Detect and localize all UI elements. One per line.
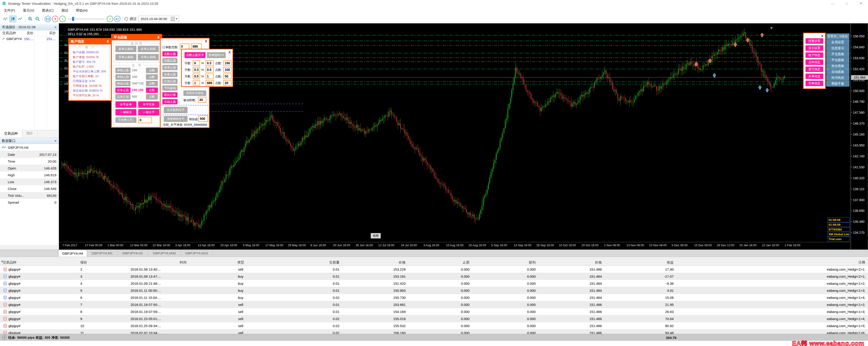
tp-button-4[interactable]: 总体止损	[116, 94, 130, 100]
mw-tab-1[interactable]: 报价	[22, 130, 37, 138]
table-header-10[interactable]: 注释	[676, 261, 868, 265]
table-row[interactable]: gbpjpy#92018.01.23 05:01:...sell0.02155.…	[0, 315, 868, 322]
fee-input[interactable]: 0	[138, 117, 152, 123]
menu-item-0[interactable]: 文件(F)	[0, 7, 19, 14]
menu-item-1[interactable]: 显示(V)	[19, 7, 38, 14]
equity-increase-close-button[interactable]: 净值增加全平	[164, 116, 187, 122]
pl-line-button-0[interactable]: 多单止盈线	[116, 46, 136, 52]
close-icon[interactable]: X	[205, 39, 207, 43]
mw-tab-0[interactable]: 交易品种	[0, 130, 22, 138]
close-icon[interactable]: ✕	[54, 139, 57, 143]
increase-value-input[interactable]: 500	[198, 115, 208, 122]
table-header-8[interactable]: 价格	[538, 261, 604, 265]
table-row[interactable]: gbpjpy#62018.01.11 15:04:...buy0.02150.7…	[0, 294, 868, 301]
pink-button-4[interactable]: 盈亏信息	[806, 67, 823, 72]
blue-split-button-0[interactable]: 背景色	[826, 33, 838, 39]
market-watch-row[interactable]: ↗GBPJPY#151....151....	[0, 36, 59, 42]
chart-tab-3[interactable]: GBPJPY#,M30	[148, 250, 181, 256]
blue-button-5[interactable]: 自动面板	[826, 69, 849, 75]
close-icon[interactable]: ✕	[54, 26, 57, 29]
points-value-2[interactable]: 50	[223, 74, 231, 79]
points-value-0[interactable]: 150	[223, 60, 231, 66]
table-row[interactable]: gbpjpy#102018.01.25 09:34:...sell0.02155…	[0, 322, 868, 330]
step-forward-button[interactable]: ▶|	[114, 16, 121, 22]
chart-window[interactable]: GBPJPY#,H4 151.674 154.032 150.814 151.4…	[59, 23, 868, 250]
table-header-7[interactable]: 获利	[472, 261, 538, 265]
tp-unit-button-3[interactable]: 点数	[146, 88, 158, 93]
menu-item-4[interactable]: 帮助(H)	[72, 7, 91, 14]
rewind-button[interactable]: «	[59, 16, 66, 22]
menu-item-3[interactable]: 测试	[58, 7, 72, 14]
lots-to-1[interactable]: 0.5	[206, 67, 214, 72]
tp-button-2[interactable]: 移动止盈	[116, 81, 130, 86]
lots-to-0[interactable]: 0.3	[206, 60, 214, 66]
table-row[interactable]: gbpjpy#72018.01.18 07:50:...sell0.01153.…	[0, 301, 868, 308]
points-value-3[interactable]: 20	[223, 80, 231, 85]
close-icon[interactable]: X	[157, 36, 160, 40]
first-order-profit-button[interactable]: 首单盈利<0	[207, 52, 226, 58]
minimize-button[interactable]: —	[826, 0, 840, 7]
blue-button-3[interactable]: 平仓面板	[826, 57, 849, 63]
range-left-button-0[interactable]: 点数止盈	[162, 51, 178, 57]
table-header-2[interactable]: 时间	[128, 261, 189, 265]
zoom-in-button[interactable]	[27, 16, 34, 22]
speed-slider[interactable]	[68, 16, 104, 22]
tp-button-1[interactable]: 单独止损	[116, 74, 130, 80]
table-header-0[interactable]: 交易品种	[0, 261, 78, 265]
zoom-out-button[interactable]	[34, 16, 41, 22]
table-header-3[interactable]: 类型	[189, 261, 292, 265]
blue-button-1[interactable]: 信息显示	[826, 45, 849, 51]
close-all-button-1-0[interactable]: 一键锁仓	[116, 109, 136, 115]
close-icon[interactable]: X	[228, 50, 230, 54]
close-button[interactable]: ✕	[854, 0, 868, 7]
tp-unit-button-0[interactable]: 点数	[146, 68, 158, 73]
blue-button-6[interactable]: 对冲风控	[826, 75, 849, 81]
range-left-button-1[interactable]: 金额止盈	[162, 58, 178, 63]
blue-button-4[interactable]: 加仓面板	[826, 63, 849, 69]
lots-from-1[interactable]: 0.3	[193, 67, 200, 72]
pink-button-0[interactable]: 报警设置	[806, 38, 823, 44]
pink-button-5[interactable]: 多单信息	[806, 74, 823, 79]
blue-split-button-1[interactable]: K线色	[838, 33, 849, 39]
chart-tab-2[interactable]: GBPJPY#,H1	[118, 250, 148, 256]
chart-tab-1[interactable]: GBPJPY#,M1	[87, 250, 118, 256]
blue-button-0[interactable]: 全局设置	[826, 39, 849, 45]
chart-tab-0[interactable]: GBPJPY#,H4	[58, 250, 87, 257]
table-row[interactable]: gbpjpy#82018.01.19 07:59:...sell0.01154.…	[0, 308, 868, 315]
range-left-button-5[interactable]: 平均波动	[162, 85, 178, 91]
day-profit-close-button[interactable]: 当天盈利全平	[164, 107, 187, 113]
range-left-button-3[interactable]: 末单止盈	[162, 72, 178, 77]
close-icon[interactable]: X	[106, 40, 109, 44]
table-header-6[interactable]: 止损	[408, 261, 472, 265]
table-row[interactable]: gbpjpy#52018.01.11 00:00:...buy0.01150.9…	[0, 287, 868, 294]
bar-chart-button[interactable]	[2, 16, 9, 22]
pink-button-1[interactable]: 显示设置	[806, 45, 823, 51]
table-row[interactable]: gbpjpy#42018.01.09 21:48:...buy0.01152.4…	[0, 280, 868, 287]
range-left-button-6[interactable]: 双向订单	[162, 92, 178, 98]
fast-forward-button[interactable]: »	[106, 16, 113, 22]
close-icon[interactable]: X	[821, 34, 823, 38]
close-all-button-0-0[interactable]: 全平多单	[116, 101, 136, 108]
lots-from-3[interactable]: 1	[193, 80, 200, 85]
lots-from-0[interactable]: 0	[193, 60, 200, 66]
pink-button-6[interactable]: 空单信息	[806, 81, 823, 86]
pause-button[interactable]: ❚❚	[44, 16, 51, 22]
range-left-button-2[interactable]: 首单止盈	[162, 65, 178, 70]
pl-line-button-3[interactable]: 空单止损线	[138, 54, 159, 60]
tp-button-0[interactable]: 单独止盈	[116, 68, 130, 73]
table-header-4[interactable]: 交易量	[292, 261, 342, 265]
line-chart-button[interactable]	[17, 16, 24, 22]
tp-unit-button-2[interactable]: 点数	[146, 81, 158, 86]
slider-thumb[interactable]	[72, 17, 74, 21]
close-open-button[interactable]: 关闭开仓按钮	[183, 91, 206, 96]
passive-seconds-input[interactable]: 20	[198, 97, 206, 103]
lots-from-2[interactable]: 0.5	[193, 74, 200, 79]
chart-tab-4[interactable]: GBPJPY#,M15	[181, 250, 213, 256]
maximize-button[interactable]: □	[840, 0, 854, 7]
range-left-button-7[interactable]: 主动止盈	[162, 99, 178, 104]
blue-button-2[interactable]: 开仓面板	[826, 51, 849, 57]
menu-item-2[interactable]: 图表(C)	[38, 7, 58, 14]
tp-unit-button-1[interactable]: 点数	[146, 74, 158, 80]
pink-button-2[interactable]: 账户信息	[806, 53, 823, 58]
table-row[interactable]: gbpjpy#32018.01.08 13:47:...buy0.01153.1…	[0, 273, 868, 280]
